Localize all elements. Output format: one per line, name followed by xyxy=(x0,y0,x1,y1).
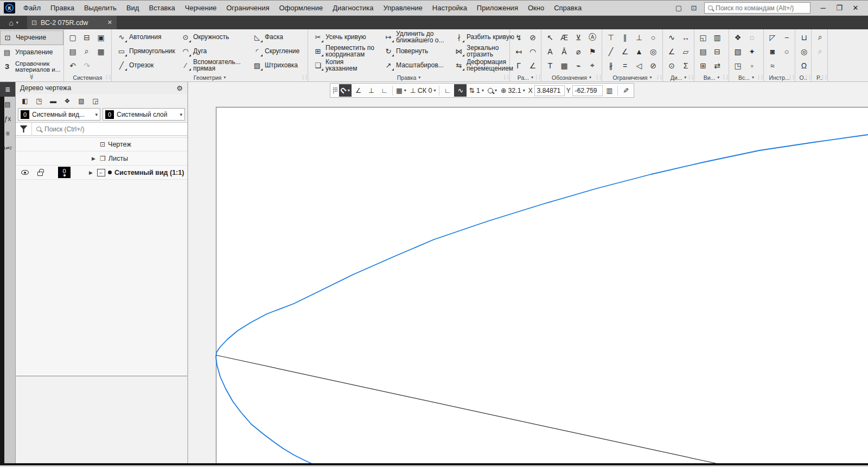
close-button[interactable]: ✕ xyxy=(848,4,863,12)
current-view-combo[interactable]: 0 Системный вид... ▾ xyxy=(18,108,100,121)
measure-angle-icon[interactable]: ∠ xyxy=(665,45,679,59)
collapse-panel-button[interactable]: ≫ xyxy=(0,74,63,81)
sidenav-item-materials[interactable]: З Справочникматериалов и... xyxy=(0,59,63,74)
ribbon-button-move-by-coordinates[interactable]: ⊞Переместить покоординатам xyxy=(310,45,381,59)
ribbon-button-split-curve[interactable]: ∤Разбить кривую xyxy=(451,30,512,45)
ribbon-button-rotate[interactable]: ↻Повернуть xyxy=(381,45,451,59)
zoom-frame-button[interactable]: ▾ xyxy=(486,84,499,97)
grid-button[interactable]: ▦▾ xyxy=(394,84,408,97)
expand-arrow-icon[interactable]: ▶ xyxy=(89,170,94,175)
toolbar-grip-handle[interactable] xyxy=(332,86,339,94)
visibility-eye-icon[interactable] xyxy=(21,170,29,175)
contour-icon[interactable]: ◸ xyxy=(765,30,780,45)
ribbon-button-extend-to-nearest[interactable]: ↦Удлинить доближайшего о... xyxy=(381,30,451,45)
ribbon-button-trim-curve[interactable]: ✂Усечь кривую xyxy=(310,30,381,45)
menu-item-1[interactable]: Правка xyxy=(46,1,79,15)
measure-mass-icon[interactable]: Σ xyxy=(679,59,693,73)
letter-underline-icon[interactable]: Ā xyxy=(557,45,571,59)
thread-designation-icon[interactable]: ⌀ xyxy=(571,45,585,59)
auto-dimension-icon[interactable]: ↯ xyxy=(512,30,526,45)
leader-branch-icon[interactable]: Æ xyxy=(557,30,571,45)
fix-point-icon[interactable]: ⊤ xyxy=(604,30,618,45)
sidenav-item-drawing[interactable]: ⊡ Черчение xyxy=(0,30,63,45)
tree-node-sheets[interactable]: ▶ ❒ Листы xyxy=(16,152,187,166)
save-as-icon[interactable]: ▦ xyxy=(94,45,108,59)
gear-icon[interactable]: ⚙ xyxy=(176,84,183,92)
save-icon[interactable]: ▣ xyxy=(94,30,108,45)
sidenav-item-management[interactable]: ▤ Управление xyxy=(0,45,63,60)
minimize-button[interactable]: ─ xyxy=(816,4,830,12)
app-logo[interactable]: К xyxy=(4,2,15,14)
open-document-icon[interactable]: ⊟ xyxy=(80,30,94,45)
ring-icon[interactable]: ◎ xyxy=(797,45,811,59)
insert-image-icon[interactable]: ▧ xyxy=(731,45,745,59)
ribbon-button-auxiliary-line[interactable]: ⁄Вспомогатель...прямая xyxy=(178,59,250,73)
expand-arrow-icon[interactable]: ▶ xyxy=(92,156,97,161)
ribbon-button-hatch[interactable]: ▨Штриховка xyxy=(250,59,305,73)
menu-item-9[interactable]: Управление xyxy=(379,1,427,15)
insert-text-icon[interactable]: ✦ xyxy=(745,45,759,59)
insert-view-icon[interactable]: ◳ xyxy=(731,59,745,73)
tab-close-icon[interactable]: ✕ xyxy=(107,19,112,26)
parameters-icon[interactable]: ▤ xyxy=(0,97,15,111)
equal-radius-icon[interactable]: ⊘ xyxy=(646,59,660,73)
menu-item-5[interactable]: Черчение xyxy=(180,1,222,15)
functions-icon[interactable]: ƒx xyxy=(0,111,15,126)
interface-layout-icon[interactable]: ▢ xyxy=(674,4,684,12)
document-tab[interactable]: ⊡ ВС-2 075R.cdw ✕ xyxy=(27,16,117,29)
measure-coordinate-icon[interactable]: ⊙ xyxy=(665,59,679,73)
ruler-columns-button[interactable]: ▥ xyxy=(603,84,616,97)
menu-item-0[interactable]: Файл xyxy=(18,1,46,15)
print-icon[interactable]: ▤ xyxy=(66,45,80,59)
print-preview-icon[interactable]: ⌕ xyxy=(80,45,94,59)
new-view-icon[interactable]: ◳ xyxy=(33,95,45,107)
leader-arrow-icon[interactable]: ↖ xyxy=(543,30,557,45)
layers-list-icon[interactable]: ≡ xyxy=(0,126,15,141)
snap-angle-button[interactable]: ∟ xyxy=(378,84,391,97)
local-fragment-icon[interactable]: ◌ xyxy=(745,30,759,45)
interface-settings-icon[interactable]: ⊡ xyxy=(689,4,699,12)
unlock-icon[interactable] xyxy=(37,172,43,176)
ribbon-button-copy-by-point[interactable]: ❏Копияуказанием xyxy=(310,59,381,73)
measure-curve-length-icon[interactable]: ∿ xyxy=(665,30,679,45)
ribbon-button-mirror[interactable]: ⋈Зеркальноотразить xyxy=(451,45,512,59)
fill-icon[interactable]: ◙ xyxy=(765,45,780,59)
align-icon[interactable]: ╱ xyxy=(604,45,618,59)
tree-node-drawing[interactable]: ⊡ Чертеж xyxy=(16,137,187,152)
angular-dimension-icon[interactable]: ∠ xyxy=(526,59,540,73)
measure-distance-icon[interactable]: ↔ xyxy=(679,30,693,45)
sheet-settings-icon[interactable]: ◧ xyxy=(19,95,31,107)
ribbon-button-fillet[interactable]: ◜Скругление xyxy=(250,45,305,59)
hook-icon[interactable]: Ω xyxy=(797,59,811,73)
menu-item-8[interactable]: Диагностика xyxy=(328,1,378,15)
menu-item-6[interactable]: Ограничения xyxy=(221,1,274,15)
fix-object-icon[interactable]: ▲ xyxy=(632,45,646,59)
axis-line-icon[interactable]: − xyxy=(780,30,794,45)
tangent-icon[interactable]: ○ xyxy=(646,30,660,45)
ortho-mode-button[interactable]: ∟ xyxy=(441,84,454,97)
parametric-mode-button[interactable]: ∿ xyxy=(454,84,467,97)
y-coordinate-field[interactable]: -62.759 xyxy=(572,85,603,96)
arc-dimension-icon[interactable]: ◠ xyxy=(526,45,540,59)
insert-image-icon[interactable]: ▧ xyxy=(75,95,87,107)
drawing-tree-icon[interactable]: ≣ xyxy=(0,82,15,97)
measure-area-icon[interactable]: ▱ xyxy=(679,45,693,59)
datum-symbol-icon[interactable]: ⊻ xyxy=(571,30,585,45)
view-designation-icon[interactable]: Ⓐ xyxy=(585,30,599,45)
check-document-icon[interactable]: ⌕ xyxy=(813,30,827,45)
command-search-input[interactable] xyxy=(716,4,802,12)
marker-flag-icon[interactable]: ⚑ xyxy=(585,45,599,59)
insert-fragment-icon[interactable]: ❖ xyxy=(731,30,745,45)
diameter-dimension-icon[interactable]: ⊘ xyxy=(526,30,540,45)
centerline-icon[interactable]: ⌖ xyxy=(585,59,599,73)
home-button[interactable]: ⌂ ▾ xyxy=(0,16,27,29)
concentric-icon[interactable]: ◎ xyxy=(646,45,660,59)
new-sheet-icon[interactable]: ⊞ xyxy=(696,59,710,73)
current-layer-combo[interactable]: 0 Системный слой ▾ xyxy=(103,108,185,121)
menu-item-13[interactable]: Справка xyxy=(549,1,586,15)
restore-button[interactable]: ❐ xyxy=(832,4,846,12)
redo-icon[interactable]: ↷ xyxy=(80,59,94,73)
view-from-model-icon[interactable]: ▤ xyxy=(696,45,710,59)
menu-item-7[interactable]: Оформление xyxy=(275,1,328,15)
dimension-from-line-icon[interactable]: Γ xyxy=(512,59,526,73)
